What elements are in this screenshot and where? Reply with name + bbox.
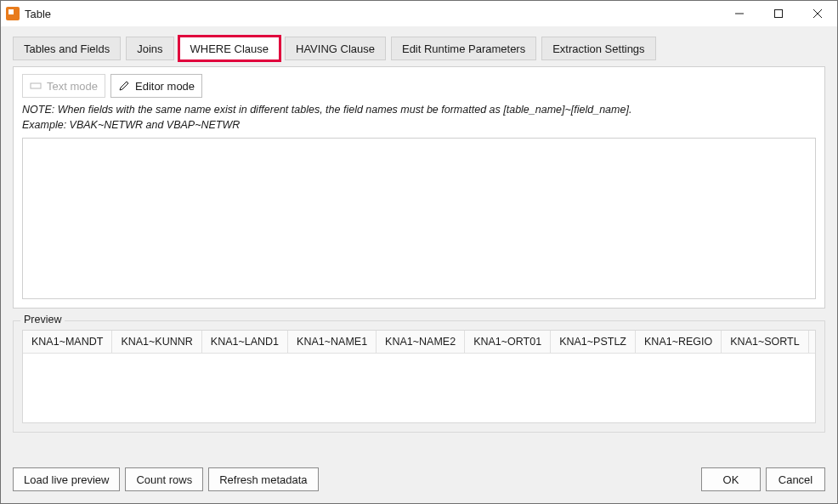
- preview-group: Preview KNA1~MANDT KNA1~KUNNR KNA1~LAND1…: [13, 320, 825, 433]
- column-header[interactable]: KNA1~STRA: [809, 331, 816, 354]
- tab-extraction-settings[interactable]: Extraction Settings: [541, 37, 655, 60]
- button-label: Load live preview: [24, 473, 109, 486]
- button-label: Cancel: [779, 473, 813, 486]
- app-icon: [6, 7, 20, 20]
- column-header[interactable]: KNA1~PSTLZ: [551, 331, 636, 354]
- minimize-button[interactable]: [720, 1, 759, 26]
- where-clause-editor[interactable]: [22, 138, 816, 299]
- note-line-1: NOTE: When fields with the same name exi…: [22, 103, 816, 118]
- tab-label: HAVING Clause: [296, 42, 375, 55]
- text-mode-icon: [30, 80, 42, 92]
- format-note: NOTE: When fields with the same name exi…: [22, 103, 816, 133]
- tab-strip: Tables and Fields Joins WHERE Clause HAV…: [13, 37, 825, 60]
- svg-rect-4: [31, 83, 41, 88]
- tab-tables-and-fields[interactable]: Tables and Fields: [13, 37, 121, 60]
- tab-panel-where-clause: Text mode Editor mode NOTE: When fields …: [13, 66, 825, 309]
- tab-edit-runtime-parameters[interactable]: Edit Runtime Parameters: [391, 37, 536, 60]
- column-header[interactable]: KNA1~REGIO: [636, 331, 722, 354]
- maximize-button[interactable]: [759, 1, 798, 26]
- svg-rect-1: [775, 10, 783, 18]
- ok-button[interactable]: OK: [701, 467, 761, 491]
- footer-buttons: Load live preview Count rows Refresh met…: [13, 467, 825, 491]
- window-title: Table: [25, 8, 51, 20]
- table-dialog: Table Tables and Fields Joins WHERE Clau…: [0, 0, 838, 504]
- close-button[interactable]: [798, 1, 837, 26]
- button-label: OK: [723, 473, 739, 486]
- column-header[interactable]: KNA1~ORT01: [465, 331, 551, 354]
- tab-where-clause[interactable]: WHERE Clause: [179, 37, 280, 60]
- pencil-icon: [118, 80, 130, 92]
- column-header[interactable]: KNA1~MANDT: [23, 331, 112, 354]
- column-header[interactable]: KNA1~KUNNR: [112, 331, 201, 354]
- column-header[interactable]: KNA1~NAME1: [288, 331, 377, 354]
- button-label: Count rows: [136, 473, 192, 486]
- tab-label: Tables and Fields: [24, 42, 110, 55]
- titlebar: Table: [1, 1, 837, 26]
- cancel-button[interactable]: Cancel: [766, 467, 825, 491]
- preview-table[interactable]: KNA1~MANDT KNA1~KUNNR KNA1~LAND1 KNA1~NA…: [22, 330, 816, 423]
- preview-legend: Preview: [20, 314, 65, 326]
- editor-mode-label: Editor mode: [135, 80, 195, 93]
- window-controls: [720, 1, 837, 26]
- button-label: Refresh metadata: [219, 473, 307, 486]
- text-mode-label: Text mode: [47, 80, 98, 93]
- tab-label: Joins: [137, 42, 162, 55]
- editor-mode-button[interactable]: Editor mode: [110, 74, 202, 98]
- count-rows-button[interactable]: Count rows: [125, 467, 203, 491]
- column-header[interactable]: KNA1~NAME2: [377, 331, 465, 354]
- text-mode-button: Text mode: [22, 74, 105, 98]
- tab-label: Extraction Settings: [552, 42, 644, 55]
- note-line-2: Example: VBAK~NETWR and VBAP~NETWR: [22, 118, 816, 133]
- load-live-preview-button[interactable]: Load live preview: [13, 467, 120, 491]
- tab-label: WHERE Clause: [190, 42, 269, 55]
- column-header[interactable]: KNA1~LAND1: [202, 331, 288, 354]
- tab-having-clause[interactable]: HAVING Clause: [285, 37, 386, 60]
- tab-label: Edit Runtime Parameters: [402, 42, 525, 55]
- column-header[interactable]: KNA1~SORTL: [722, 331, 808, 354]
- tab-joins[interactable]: Joins: [126, 37, 173, 60]
- refresh-metadata-button[interactable]: Refresh metadata: [208, 467, 318, 491]
